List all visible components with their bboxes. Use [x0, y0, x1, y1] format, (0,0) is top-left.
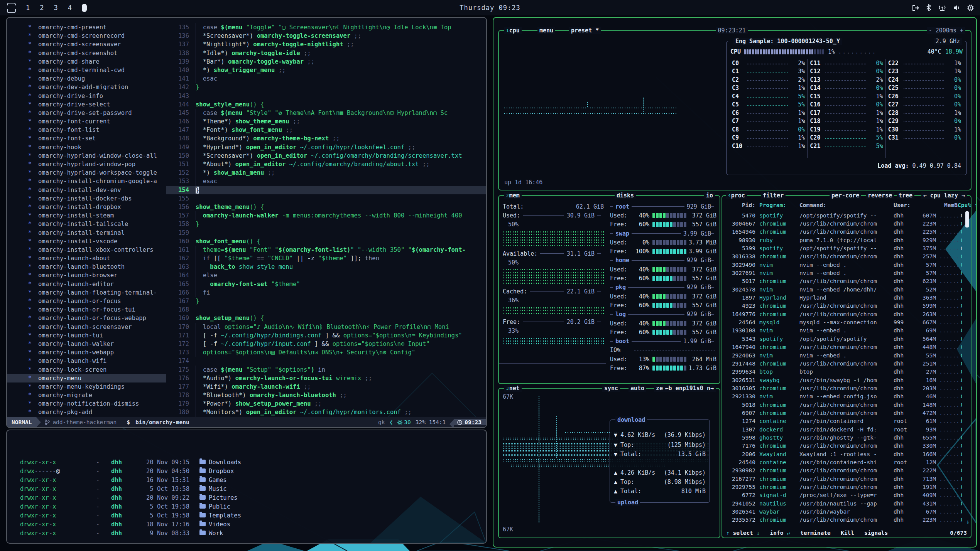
code-line[interactable]: 160show_font_menu() {	[166, 237, 486, 246]
network-icon[interactable]	[938, 5, 946, 11]
process-row[interactable]: 3026531swaybg/usr/bin/swaybg -i /homdhh1…	[725, 376, 962, 384]
reverse-button[interactable]: reverse	[868, 192, 892, 199]
process-row[interactable]: 2917448chromium/usr/lib/chromium/chromdh…	[725, 359, 962, 367]
update-interval-control[interactable]: - 2000ms +	[929, 27, 963, 34]
code-line[interactable]: 141 esac	[166, 74, 486, 83]
process-row[interactable]: 1654946chromium/usr/lib/chromium/chromdh…	[725, 228, 962, 236]
process-row[interactable]: 1307dockerd/usr/bin/dockerd -H fd:root93…	[725, 425, 962, 433]
file-row[interactable]: *omarchy-cmd-screensaver	[7, 40, 166, 49]
file-row[interactable]: *omarchy-launch-editor	[7, 280, 166, 288]
sort-column-selector[interactable]: ← cpu lazy →	[923, 192, 965, 199]
file-row[interactable]: *omarchy-cmd-present	[7, 23, 166, 32]
file-row[interactable]: *omarchy-launch-floating-terminal-	[7, 288, 166, 297]
process-row[interactable]: 3027691nvimnvim --embed .dhh57M.........…	[725, 269, 962, 277]
file-row[interactable]: *omarchy-launch-screensaver	[7, 323, 166, 331]
code-line[interactable]: 169show_setup_menu() {	[166, 314, 486, 322]
process-row[interactable]: 24540containe/usr/bin/containerd-shiroot…	[725, 458, 962, 466]
code-line[interactable]: 144show_style_menu() {	[166, 100, 486, 109]
file-row[interactable]: *omarchy-launch-browser	[7, 271, 166, 280]
process-row[interactable]: 3004667chromium/usr/lib/chromium/chromdh…	[725, 219, 962, 227]
file-row[interactable]: *omarchy-install-chromium-google-a	[7, 177, 166, 185]
process-row[interactable]: 2935572chromium/usr/lib/chromium/chromdh…	[725, 516, 962, 524]
process-row[interactable]: 7176chromium/usr/lib/chromium/chromdhh33…	[725, 442, 962, 450]
code-line[interactable]: 177 *Wifi*) omarchy-launch-wifi ;;	[166, 382, 486, 391]
process-row[interactable]: 5399spotify/opt/spotify/spotify --dhh375…	[725, 244, 962, 252]
process-row[interactable]: 1897HyprlandHyprlanddhh363M.........0.0	[725, 293, 962, 302]
code-line[interactable]: 140 *) show_trigger_menu ;;	[166, 66, 486, 74]
code-line[interactable]: 159	[166, 229, 486, 237]
io-title[interactable]: io	[706, 192, 713, 199]
file-row[interactable]: *omarchy-drive-set-password	[7, 109, 166, 117]
process-row[interactable]: 98930rubypuma 7.1.0 (tcp://localdhh929M.…	[725, 236, 962, 244]
process-row[interactable]: 6772signal-d/proc/self/exe --type=rdhh40…	[725, 491, 962, 499]
process-row[interactable]: 4923chromium/usr/lib/chromium/chromdhh59…	[725, 302, 962, 310]
file-row[interactable]: *omarchy-launch-about	[7, 254, 166, 263]
code-line[interactable]: 155	[166, 194, 486, 203]
code-line[interactable]: 168	[166, 305, 486, 314]
code-line[interactable]: 163 back_to show_style_menu	[166, 263, 486, 271]
process-row[interactable]: 5343spotify/opt/spotify/spotifydhh564M..…	[725, 335, 962, 343]
process-row[interactable]: 3016305chromium/usr/lib/chromium/chromdh…	[725, 384, 962, 392]
process-row[interactable]: 2006XwaylandXwayland :1 -rootless -dhh16…	[725, 450, 962, 458]
file-row[interactable]: *omarchy-debug	[7, 74, 166, 83]
auto-button[interactable]: auto	[630, 385, 644, 392]
code-line[interactable]: 176 *Audio*) omarchy-launch-or-focus-tui…	[166, 374, 486, 382]
process-row[interactable]: 5470spotify/opt/spotify/spotify --dhh607…	[725, 211, 962, 219]
process-row[interactable]: 1649776chromium/usr/lib/chromium/chromdh…	[725, 310, 962, 318]
code-line[interactable]: 174	[166, 357, 486, 365]
code-line[interactable]: 170 local options="♪ Audio\n∿ Wifi\nᛒ Bl…	[166, 323, 486, 331]
file-row[interactable]: *omarchy-install-dropbox	[7, 203, 166, 211]
file-row[interactable]: *omarchy-font-current	[7, 117, 166, 126]
process-row[interactable]: 2929755chromium/usr/lib/chromium/chromdh…	[725, 483, 962, 491]
process-table-header[interactable]: Pid:Program:Command:User:MemBCpu% ↑	[725, 202, 962, 208]
file-row[interactable]: *omarchy-install-xbox-controllers	[7, 246, 166, 254]
file-row[interactable]: *omarchy-drive-select	[7, 100, 166, 109]
code-line[interactable]: 162 if [[ "$theme" == "CNCLD" || -z "$th…	[166, 254, 486, 263]
file-row[interactable]: *omarchy-launch-wifi	[7, 357, 166, 365]
code-line[interactable]: 152 *) show_main_menu ;;	[166, 169, 486, 177]
code-line[interactable]: 158}	[166, 220, 486, 228]
process-row[interactable]: 3016338chromium/usr/lib/chromium/chromdh…	[725, 253, 962, 261]
code-line[interactable]: 151 *About*) open_in_editor ~/.config/om…	[166, 160, 486, 169]
file-row[interactable]: *omarchy-notification-dismiss	[7, 399, 166, 408]
nvim-terminal-window[interactable]: *omarchy-cmd-present*omarchy-cmd-screenr…	[6, 17, 487, 428]
file-explorer-pane[interactable]: *omarchy-cmd-present*omarchy-cmd-screenr…	[7, 23, 166, 417]
code-line[interactable]: 139 *Bar*) omarchy-toggle-waybar ;;	[166, 57, 486, 66]
code-line[interactable]: 164 else	[166, 271, 486, 280]
signals-action[interactable]: signals	[864, 530, 888, 536]
cpu-icon[interactable]	[967, 5, 974, 11]
process-row[interactable]: 2930982chromium/usr/lib/chromium/chromdh…	[725, 467, 962, 475]
code-line[interactable]: 146 *Theme*) show_theme_menu ;;	[166, 117, 486, 126]
file-row[interactable]: *omarchy-install-vscode	[7, 237, 166, 246]
file-row[interactable]: *omarchy-launch-walker	[7, 340, 166, 348]
code-editor-pane[interactable]: 135 case $(menu "Toggle" "▢ Screensaver\…	[166, 23, 486, 417]
process-row[interactable]: 5017chromium/usr/lib/chromium/chromdhh62…	[725, 277, 962, 285]
file-row[interactable]: *omarchy-cmd-share	[7, 57, 166, 66]
network-interface-selector[interactable]: ←b enp191s0 n→	[665, 385, 714, 392]
workspace-3[interactable]: 3	[54, 4, 58, 12]
code-line[interactable]: 147 *Font*) show_font_menu ;;	[166, 126, 486, 134]
process-row[interactable]: 2921330nvimnvim --embed config.jsodhh46M…	[725, 393, 962, 401]
process-row[interactable]: 6907chromium/usr/lib/chromium/chromdhh47…	[725, 409, 962, 417]
omarchy-logo-icon[interactable]	[7, 3, 16, 13]
per-core-button[interactable]: per-core	[831, 192, 859, 199]
code-line[interactable]: 167}	[166, 297, 486, 305]
file-row[interactable]: *omarchy-dev-add-migration	[7, 83, 166, 91]
menu-button[interactable]: menu	[539, 27, 553, 34]
file-row[interactable]: *omarchy-migrate	[7, 391, 166, 399]
code-line[interactable]: 166 fi	[166, 288, 486, 297]
process-row[interactable]: 2924063nvimnvim --embed .dhh55M.........…	[725, 351, 962, 359]
bluetooth-icon[interactable]	[926, 4, 931, 11]
code-line[interactable]: 137 *Nightlight*) omarchy-toggle-nightli…	[166, 40, 486, 49]
file-row[interactable]: *omarchy-hyprland-window-close-all	[7, 152, 166, 160]
process-row[interactable]: 24564mysqldmysqld --max-connection999667…	[725, 318, 962, 326]
code-line[interactable]: 138 *Idle*) omarchy-toggle-idle ;;	[166, 49, 486, 57]
file-row[interactable]: *omarchy-launch-or-focus-tui	[7, 305, 166, 314]
process-row[interactable]: 2167277chromium/usr/lib/chromium/chromdh…	[725, 475, 962, 483]
code-line[interactable]: 150 *Screensaver*) open_in_editor ~/.con…	[166, 152, 486, 160]
active-workspace-indicator[interactable]	[82, 4, 87, 12]
filter-button[interactable]: filter	[763, 192, 784, 199]
file-row[interactable]: *omarchy-install-tailscale	[7, 220, 166, 228]
process-row[interactable]: 3024578nvimnvim --embed /home/dhh/dhh52M…	[725, 285, 962, 293]
workspace-1[interactable]: 1	[26, 4, 30, 12]
